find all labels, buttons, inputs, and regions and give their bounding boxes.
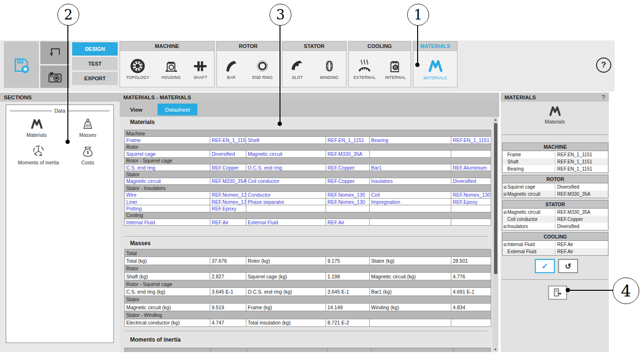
section-row-label: Machine (125, 130, 491, 137)
cell[interactable]: REF.Copper (326, 178, 370, 184)
cell[interactable]: Potting (125, 205, 210, 212)
scrollbar-thumb[interactable] (494, 123, 497, 274)
table-row: PottingREF.Epoxy (125, 205, 491, 212)
shaft-button[interactable]: SHAFT (191, 51, 210, 87)
cell[interactable]: Liner (125, 198, 210, 205)
expand-icon[interactable]: ⊞ (503, 242, 507, 247)
table-row: Magnetic circuitREF.M330_35ACoil conduct… (125, 178, 491, 184)
cell[interactable]: REF.Nomex_130 (210, 198, 246, 205)
callout-3: 3 (270, 4, 291, 26)
moments-of-inertia-table (124, 348, 491, 352)
cell[interactable]: Phase separator (246, 198, 326, 205)
cell[interactable]: Bar1 (370, 164, 451, 171)
table-row: Rotor - Squirrel cage (125, 280, 491, 288)
cell[interactable]: REF.EN_1_1151 (451, 137, 491, 143)
save-icon: ✱ (11, 54, 32, 75)
panel-row-label: Coil conductor (507, 217, 555, 222)
reset-button[interactable]: ↺ (558, 259, 578, 273)
save-button[interactable]: ✱ (4, 41, 39, 88)
cell[interactable]: Diversified (451, 178, 491, 184)
section-row-label: Stator - Winding (125, 311, 491, 319)
cell[interactable]: Wire (125, 191, 210, 198)
cell (246, 205, 326, 212)
cell[interactable]: Internal Fluid (125, 219, 210, 226)
cell[interactable]: Magnetic circuit (246, 151, 326, 157)
scroll-down-icon[interactable]: ▼ (493, 347, 498, 352)
cell[interactable]: External Fluid (246, 219, 326, 226)
sidebar-item-costs[interactable]: $ Costs (66, 145, 110, 165)
cell: Magnetic circuit (kg) (125, 304, 210, 311)
slot-button[interactable]: SLOT (288, 51, 307, 87)
help-icon[interactable]: ? (596, 57, 611, 73)
cell[interactable]: REF.Copper (326, 164, 370, 171)
group-materials-title: MATERIALS (413, 41, 457, 50)
cell[interactable]: C.S. end ring (125, 164, 210, 171)
cell[interactable]: Shaft (246, 137, 326, 143)
sidebar-item-materials[interactable]: Materials (15, 117, 58, 138)
costs-section-label: Costs (82, 160, 94, 165)
cell[interactable]: Diversified (210, 151, 246, 157)
snapshot-button[interactable] (40, 66, 69, 88)
cell[interactable]: REF.Air (326, 219, 370, 226)
cell[interactable]: Conductor (246, 191, 326, 198)
section-row-label: Rotor (125, 143, 491, 150)
cell[interactable]: Insulators (370, 178, 451, 184)
cell[interactable]: Coil conductor (246, 178, 326, 184)
panel-row-value: REF.Air (555, 249, 608, 254)
main-scrollbar[interactable]: ▲ ▼ (493, 117, 498, 352)
section-row-label: Cooling (125, 212, 491, 219)
cell[interactable]: Coil (370, 191, 451, 198)
scroll-up-icon[interactable]: ▲ (493, 117, 498, 122)
export-button[interactable] (548, 286, 567, 300)
panel-row: BearingREF.EN_1_1151 (503, 165, 608, 172)
cell: Total (kg) (125, 257, 210, 265)
panel-row: Coil conductorREF.Copper (503, 216, 608, 223)
cell[interactable]: REF.Nomex_130 (451, 191, 491, 198)
expand-icon[interactable]: ⊞ (503, 185, 507, 190)
cell[interactable]: REF.Epoxy (451, 198, 491, 205)
cell[interactable]: REF.Air (210, 219, 246, 226)
endring-button[interactable]: END RING (251, 51, 275, 87)
housing-button[interactable]: HOUSING (159, 51, 183, 87)
external-cooling-button[interactable]: EXTERNAL (352, 51, 377, 87)
svg-text:✱: ✱ (23, 66, 28, 73)
topology-button[interactable]: TOPOLOGY (124, 51, 151, 87)
cell[interactable]: REF.Nomex_130 (210, 191, 246, 198)
cell: 3.645 E-1 (210, 288, 246, 296)
app-window: ✱ DESIGN TEST EXPORT MACHINE (0, 0, 644, 353)
undo-button[interactable] (40, 41, 69, 64)
table-row: C.S. end ring (kg)3.645 E-1O.C.S. end ri… (125, 288, 491, 296)
tab-view[interactable]: View (120, 104, 153, 115)
cell[interactable]: REF.Nomex_130 (326, 191, 370, 198)
sidebar-item-moments-of-inertia[interactable]: Moments of inertia (9, 144, 68, 165)
cell[interactable]: REF.EN_1_1151 (326, 137, 370, 143)
cell[interactable]: O.C.S. end ring (246, 164, 326, 171)
cell[interactable]: Impregnation (370, 198, 451, 205)
materials-button[interactable]: MATERIALS (421, 51, 448, 87)
cell[interactable]: REF.Nomex_130 (326, 198, 370, 205)
winding-button[interactable]: WINDING (318, 51, 340, 87)
cell[interactable]: Frame (125, 137, 210, 143)
cell[interactable]: Magnetic circuit (125, 178, 210, 184)
expand-icon[interactable]: ⊞ (503, 224, 507, 229)
cell[interactable]: Squirrel cage (125, 151, 210, 157)
cell[interactable]: REF.EN_1_1151 (210, 137, 246, 143)
tab-datasheet[interactable]: Datasheet (158, 104, 197, 115)
sections-panel: Data Materials Masses (0, 102, 120, 352)
panel-help-icon[interactable]: ? (602, 94, 605, 101)
bar-button[interactable]: BAR (222, 51, 241, 87)
expand-icon[interactable]: ⊞ (503, 192, 507, 197)
cell[interactable]: REF.Copper (210, 164, 246, 171)
sidebar-item-masses[interactable]: Masses (66, 117, 110, 138)
tab-design[interactable]: DESIGN (72, 42, 118, 56)
tab-export[interactable]: EXPORT (72, 72, 118, 85)
tab-test[interactable]: TEST (72, 57, 118, 70)
cell[interactable]: REF.Aluminium (451, 164, 491, 171)
apply-button[interactable]: ✓ (535, 259, 555, 273)
cell[interactable]: REF.M330_35A (326, 151, 370, 157)
internal-cooling-button[interactable]: INTERNAL (383, 51, 408, 87)
cell[interactable]: Bearing (370, 137, 451, 143)
cell[interactable]: REF.M330_35A (210, 178, 246, 184)
cell[interactable]: REF.Epoxy (210, 205, 246, 212)
expand-icon[interactable]: ⊞ (503, 210, 507, 215)
